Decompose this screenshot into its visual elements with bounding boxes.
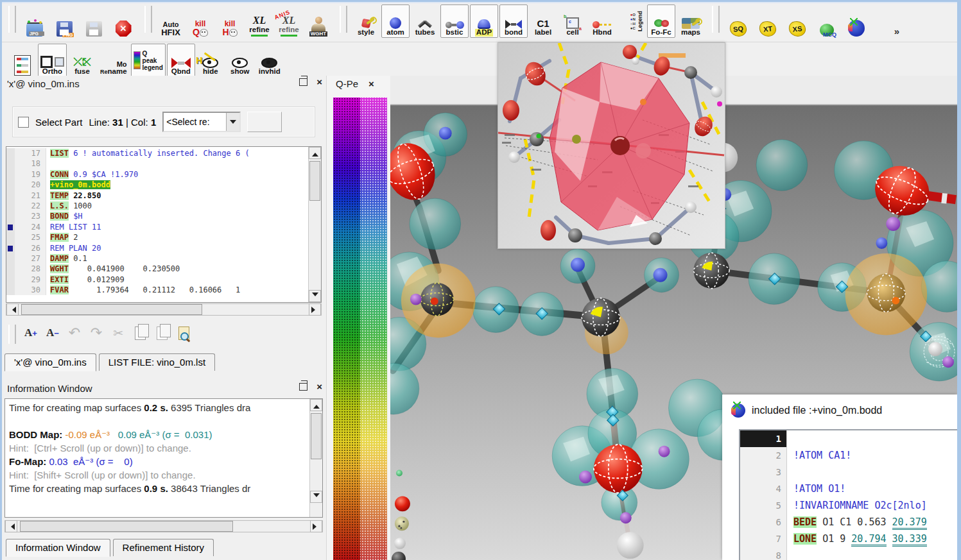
label-button[interactable]: C1 label xyxy=(529,4,557,38)
copy-button[interactable] xyxy=(129,321,151,344)
mcq-button[interactable]: MCQ xyxy=(813,4,841,38)
scroll-up-button[interactable] xyxy=(309,147,321,159)
tab-information-window[interactable]: Information Window xyxy=(6,539,110,557)
find-button[interactable] xyxy=(173,321,195,344)
font-decrease-button[interactable]: A− xyxy=(42,321,64,344)
fofc-button[interactable]: Fo-Fc xyxy=(647,4,675,38)
atom-button[interactable]: atom xyxy=(381,4,410,38)
code-line[interactable]: 22L.S. 1000 xyxy=(6,201,309,211)
code-line[interactable]: 25FMAP 2 xyxy=(6,232,309,242)
scroll-up-button[interactable] xyxy=(310,399,322,411)
scroll-down-button[interactable] xyxy=(310,491,322,503)
code-line[interactable]: 19CONN 0.9 $CA !1.970 xyxy=(6,169,309,180)
float-icon[interactable] xyxy=(299,78,307,86)
rename-button[interactable]: Mo Rename xyxy=(98,44,130,77)
legend-button[interactable]: ●O ●N ●H ●C Legend xyxy=(618,4,646,38)
code-line[interactable]: 27DAMP 0.1 xyxy=(6,253,309,264)
code-line[interactable]: 8 xyxy=(740,547,957,560)
info-log[interactable]: Time for creating map surfaces 0.2 s. 63… xyxy=(4,398,323,518)
cut-button[interactable]: ✂ xyxy=(107,321,129,344)
toolbar-grip[interactable] xyxy=(144,6,152,33)
code-line[interactable]: 26REM PLAN 20 xyxy=(6,243,309,253)
code-line[interactable]: 3 xyxy=(740,464,957,480)
sq-button[interactable]: SQ xyxy=(724,4,752,38)
toolbar-grip[interactable] xyxy=(712,6,720,33)
scroll-left-button[interactable] xyxy=(6,303,19,316)
paste-button[interactable] xyxy=(151,321,173,344)
scroll-right-button[interactable] xyxy=(310,520,322,532)
code-line[interactable]: 21TEMP 22.850 xyxy=(6,191,309,201)
code-line[interactable]: 2!ATOM CA1! xyxy=(740,447,957,464)
shelxle-logo-button[interactable] xyxy=(842,4,870,38)
fuse-button[interactable]: ⤫⤪ fuse xyxy=(68,44,96,77)
editor-vscrollbar[interactable] xyxy=(308,147,321,302)
hbnd-button[interactable]: Hbnd xyxy=(588,4,616,38)
close-icon[interactable]: × xyxy=(316,77,322,87)
code-line[interactable]: 18 xyxy=(6,158,309,169)
bstic-button[interactable]: bstic xyxy=(440,4,469,38)
xs-button[interactable]: XS xyxy=(783,4,811,38)
kill-q-button[interactable]: kill Q xyxy=(186,4,214,38)
code-line[interactable]: 30FVAR 1.79364 0.21112 0.16066 1 xyxy=(6,285,309,295)
undo-button[interactable]: ↶ xyxy=(64,321,85,344)
code-line[interactable]: 24REM LIST 11 xyxy=(6,222,309,232)
tab-ins-file[interactable]: 'x'@ vino_0m.ins xyxy=(4,353,96,371)
bond-button[interactable]: bond xyxy=(499,4,528,38)
redo-button[interactable]: ↷ xyxy=(85,321,107,344)
qpeak-titlebar[interactable]: Q-Pe × xyxy=(327,76,391,91)
close-icon[interactable]: × xyxy=(368,79,374,89)
tab-refinement-history[interactable]: Refinement History xyxy=(113,539,214,556)
code-line[interactable]: 7LONE O1 9 20.794 30.339 xyxy=(740,530,957,547)
scroll-thumb[interactable] xyxy=(20,521,233,532)
bodd-code-editor[interactable]: 12!ATOM CA1!34!ATOM O1!5!INVARIOMNAME O2… xyxy=(739,429,957,560)
code-line[interactable]: 17LIST 6 ! automatically inserted. Chang… xyxy=(6,148,309,158)
font-increase-button[interactable]: A+ xyxy=(20,321,42,344)
save-button[interactable] xyxy=(80,4,108,38)
peak-legend-button[interactable]: Q peak legend xyxy=(131,44,166,77)
xl-refine-anis-button[interactable]: XL refine ANIS xyxy=(275,4,303,38)
code-line[interactable]: 1 xyxy=(740,430,957,447)
show-button[interactable]: show xyxy=(226,44,254,77)
wght-button[interactable]: WGHT xyxy=(304,4,333,38)
auto-hfix-button[interactable]: Auto HFIX xyxy=(157,4,185,38)
code-line[interactable]: 23BOND $H xyxy=(6,211,309,221)
save-png-button[interactable]: PNG xyxy=(50,4,78,38)
scroll-left-button[interactable] xyxy=(5,520,17,532)
voronoi-overlay-image[interactable] xyxy=(498,42,725,249)
tubes-button[interactable]: tubes xyxy=(411,4,439,38)
scroll-thumb[interactable] xyxy=(311,413,322,459)
code-line[interactable]: 6BEDE O1 C1 0.563 20.379 xyxy=(740,514,957,530)
close-icon[interactable]: × xyxy=(316,382,322,391)
ortho-button[interactable]: Ortho xyxy=(38,44,67,77)
editor-hscrollbar[interactable] xyxy=(6,303,322,316)
info-dock-titlebar[interactable]: Information Window × xyxy=(2,380,326,396)
stop-button[interactable]: ✕ xyxy=(109,4,137,38)
select-part-checkbox[interactable] xyxy=(18,117,29,128)
xl-refine-button[interactable]: XL refine xyxy=(245,4,273,38)
tab-lst-file[interactable]: LIST FILE: vino_0m.lst xyxy=(99,353,215,371)
invhid-button[interactable]: invhid xyxy=(255,44,284,77)
scroll-thumb[interactable] xyxy=(21,304,202,315)
cell-button[interactable]: bca cell xyxy=(558,4,587,38)
info-vscrollbar[interactable] xyxy=(309,399,322,517)
dock-layout-button[interactable] xyxy=(8,44,37,77)
toolbar-overflow-button[interactable]: » xyxy=(883,4,911,38)
maps-button[interactable]: maps xyxy=(677,4,705,38)
hide-button[interactable]: H hide xyxy=(196,44,225,77)
code-line[interactable]: 20+vino_0m.bodd xyxy=(6,180,309,190)
dropdown-arrow-icon[interactable] xyxy=(226,113,239,131)
editor-dock-titlebar[interactable]: 'x'@ vino_0m.ins × xyxy=(2,76,326,91)
toolbar-grip[interactable] xyxy=(340,6,347,33)
qbnd-button[interactable]: Qbnd xyxy=(167,44,195,77)
scroll-thumb[interactable] xyxy=(309,161,320,201)
toolbar-grip[interactable] xyxy=(8,325,16,344)
xt-button[interactable]: XT xyxy=(754,4,782,38)
kill-h-button[interactable]: kill H xyxy=(216,4,244,38)
code-line[interactable]: 5!INVARIOMNAME O2c[2nlo] xyxy=(740,497,957,514)
float-icon[interactable] xyxy=(299,383,307,391)
code-line[interactable]: 29EXTI 0.012909 xyxy=(6,275,309,285)
residue-dropdown[interactable]: <Select re: xyxy=(162,112,241,132)
style-button[interactable]: style xyxy=(352,4,380,38)
included-file-titlebar[interactable]: included file :+vino_0m.bodd xyxy=(722,395,957,424)
info-hscrollbar[interactable] xyxy=(4,520,323,532)
